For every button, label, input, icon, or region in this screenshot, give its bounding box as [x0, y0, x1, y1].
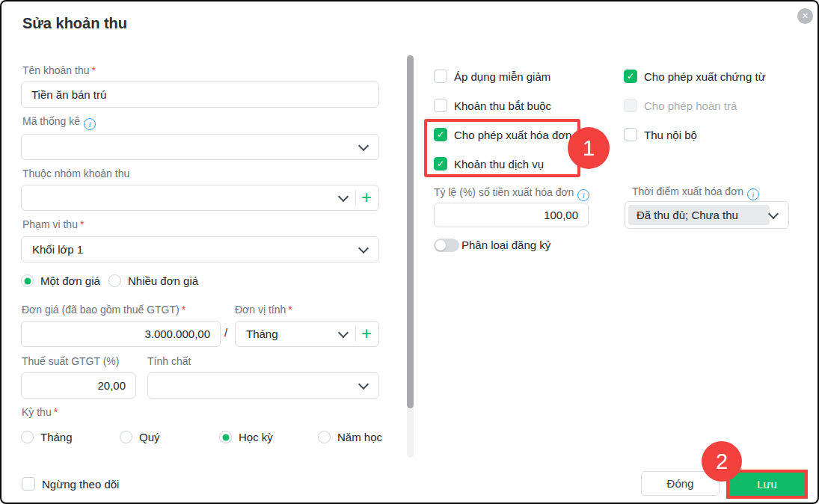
radio-label: Học kỳ — [239, 431, 273, 443]
add-group-icon[interactable]: + — [361, 188, 372, 206]
unit-price-label: Đơn giá (đã bao gồm thuế GTGT)* — [22, 304, 185, 316]
scrollbar-thumb[interactable] — [407, 55, 414, 408]
chevron-down-icon — [338, 191, 349, 201]
checkbox-label: Cho phép xuất hóa đơn — [454, 129, 571, 141]
name-label: Tên khoản thu* — [22, 64, 96, 76]
scope-select[interactable]: Khối lớp 1 — [21, 236, 379, 262]
name-input[interactable] — [21, 82, 379, 108]
invoice-time-select[interactable]: Đã thu đủ; Chưa thu — [625, 201, 789, 229]
checkbox-box[interactable]: ✓ — [22, 477, 35, 491]
invoice-pct-label: Tỷ lệ (%) số tiền xuất hóa đơni — [434, 186, 589, 201]
group-label: Thuộc nhóm khoản thu — [22, 168, 129, 179]
checkbox-thu-noi-bo[interactable]: ✓ Thu nội bộ — [624, 128, 697, 141]
invoice-time-label: Thời điểm xuất hóa đơni — [632, 185, 759, 200]
checkbox-box[interactable]: ✓ — [624, 70, 637, 83]
unit-label: Đơn vị tính* — [235, 304, 292, 316]
required-mark: * — [80, 218, 84, 230]
divider — [355, 326, 356, 342]
radio-period-month[interactable]: Tháng — [21, 431, 73, 443]
checkbox-cho-phep-hoan-tra: ✓ Cho phép hoàn trả — [624, 99, 737, 112]
divider — [355, 190, 356, 206]
chevron-down-icon — [358, 378, 369, 389]
close-button[interactable]: Đóng — [641, 471, 720, 496]
invoice-time-selected-text: Đã thu đủ; Chưa thu — [628, 205, 770, 225]
checkbox-box[interactable]: ✓ — [434, 99, 447, 112]
radio-circle[interactable] — [219, 431, 232, 443]
checkbox-label: Khoản thu dịch vụ — [454, 158, 544, 170]
add-unit-icon[interactable]: + — [361, 325, 372, 342]
checkbox-label: Cho phép hoàn trả — [644, 99, 737, 112]
stat-code-label: Mã thống kêi — [22, 115, 96, 130]
checkbox-box[interactable]: ✓ — [434, 128, 447, 141]
check-icon: ✓ — [437, 159, 444, 168]
required-mark: * — [92, 64, 96, 76]
required-mark: * — [182, 304, 185, 316]
register-classification-toggle[interactable] — [434, 239, 459, 252]
checkbox-label: Khoản thu bắt buộc — [454, 99, 551, 112]
checkbox-cho-phep-xuat-hoa-don[interactable]: ✓ Cho phép xuất hóa đơn — [434, 128, 571, 141]
edit-revenue-dialog: Sửa khoản thu ✕ Tên khoản thu* Mã thống … — [0, 0, 819, 504]
radio-single-price[interactable]: Một đơn giá — [21, 274, 100, 287]
nature-select[interactable] — [147, 372, 379, 399]
chevron-down-icon — [358, 140, 369, 150]
chevron-down-icon — [338, 327, 349, 337]
radio-circle[interactable] — [108, 274, 121, 287]
checkbox-label: Thu nội bộ — [644, 129, 697, 141]
vat-input[interactable] — [21, 372, 136, 399]
checkbox-label: Cho phép xuất chứng từ — [644, 70, 766, 83]
info-icon: i — [747, 188, 759, 200]
radio-period-schoolyear[interactable]: Năm học — [318, 431, 382, 443]
info-icon: i — [84, 118, 96, 130]
radio-circle[interactable] — [120, 431, 132, 443]
checkbox-box: ✓ — [624, 99, 637, 112]
scope-value: Khối lớp 1 — [32, 237, 83, 262]
checkbox-label: Áp dụng miễn giảm — [454, 70, 550, 83]
radio-period-quarter[interactable]: Quý — [120, 431, 160, 443]
checkbox-khoan-thu-dich-vu[interactable]: ✓ Khoản thu dịch vụ — [434, 157, 544, 170]
required-mark: * — [54, 406, 58, 418]
per-separator: / — [224, 326, 227, 339]
dialog-title: Sửa khoản thu — [22, 15, 127, 32]
unit-value: Tháng — [246, 322, 278, 346]
checkbox-box[interactable]: ✓ — [624, 128, 637, 141]
chevron-down-icon — [768, 208, 779, 218]
stat-code-select[interactable] — [21, 134, 379, 160]
vat-label: Thuế suất GTGT (%) — [22, 355, 119, 367]
radio-label: Quý — [139, 431, 160, 443]
info-icon: i — [577, 189, 589, 201]
save-button[interactable]: Lưu — [729, 473, 805, 496]
radio-label: Tháng — [40, 431, 73, 443]
radio-multi-price[interactable]: Nhiều đơn giá — [108, 274, 198, 287]
check-icon: ✓ — [437, 130, 444, 139]
period-label: Kỳ thu* — [22, 406, 58, 418]
close-icon[interactable]: ✕ — [797, 8, 813, 24]
toggle-knob — [435, 240, 446, 251]
checkbox-label: Ngừng theo dõi — [42, 478, 119, 491]
radio-label: Nhiều đơn giá — [128, 274, 198, 287]
invoice-pct-input[interactable] — [434, 203, 589, 227]
annotation-rect-2: Lưu — [726, 470, 808, 499]
unit-price-input[interactable] — [21, 321, 221, 347]
check-icon: ✓ — [627, 72, 634, 81]
unit-select[interactable]: Tháng + — [235, 321, 379, 347]
radio-circle[interactable] — [21, 431, 34, 443]
checkbox-khoan-thu-bat-buoc[interactable]: ✓ Khoản thu bắt buộc — [434, 99, 551, 112]
chevron-down-icon — [358, 242, 369, 253]
checkbox-box[interactable]: ✓ — [434, 157, 447, 170]
checkbox-ngung-theo-doi[interactable]: ✓ Ngừng theo dõi — [22, 477, 119, 491]
checkbox-box[interactable]: ✓ — [434, 70, 447, 83]
radio-label: Năm học — [337, 431, 382, 443]
radio-circle[interactable] — [318, 431, 331, 443]
annotation-badge-1: 1 — [568, 127, 610, 169]
checkbox-ap-dung-mien-giam[interactable]: ✓ Áp dụng miễn giảm — [434, 70, 550, 83]
scope-label: Phạm vi thu* — [22, 218, 84, 230]
radio-circle[interactable] — [21, 274, 34, 287]
register-classification-label: Phân loại đăng ký — [461, 239, 550, 251]
nature-label: Tính chất — [147, 355, 191, 367]
checkbox-cho-phep-xuat-chung-tu[interactable]: ✓ Cho phép xuất chứng từ — [624, 70, 766, 83]
group-select[interactable]: + — [21, 185, 379, 211]
radio-period-semester[interactable]: Học kỳ — [219, 431, 273, 443]
required-mark: * — [288, 304, 292, 316]
radio-label: Một đơn giá — [40, 274, 100, 287]
